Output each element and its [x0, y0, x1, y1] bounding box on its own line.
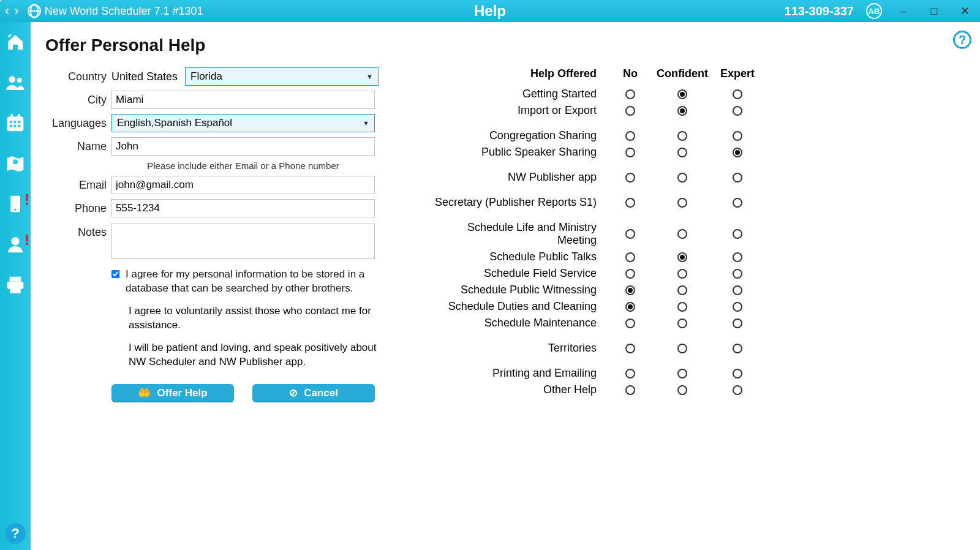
skill-radio-confident[interactable] — [652, 148, 713, 157]
skill-radio-confident[interactable] — [652, 318, 713, 328]
calendar-icon[interactable] — [5, 113, 26, 134]
skill-radio-confident[interactable] — [652, 369, 713, 379]
svg-rect-5 — [18, 121, 20, 123]
skill-row: Printing and Emailing — [425, 367, 762, 380]
email-input[interactable] — [111, 176, 375, 194]
chevron-down-icon: ▼ — [366, 73, 373, 80]
skill-radio-confident[interactable] — [652, 173, 713, 183]
skill-radio-confident[interactable] — [652, 285, 713, 295]
skill-radio-confident[interactable] — [652, 269, 713, 279]
content-area: ? Offer Personal Help Country United Sta… — [31, 22, 980, 550]
cancel-icon: ⊘ — [289, 386, 298, 399]
name-input[interactable] — [111, 137, 375, 156]
skill-radio-no[interactable] — [609, 285, 652, 295]
skill-radio-expert[interactable] — [713, 198, 762, 208]
skill-radio-expert[interactable] — [713, 106, 762, 116]
skill-radio-no[interactable] — [609, 302, 652, 312]
maximize-button[interactable]: □ — [925, 5, 943, 18]
license-number: 113-309-337 — [785, 4, 854, 18]
skill-radio-expert[interactable] — [713, 302, 762, 312]
help-icon[interactable]: ? — [5, 523, 26, 544]
skill-radio-no[interactable] — [609, 198, 652, 208]
skill-radio-confident[interactable] — [652, 198, 713, 208]
skill-radio-confident[interactable] — [652, 106, 713, 116]
skills-col-confident: Confident — [652, 67, 713, 80]
back-button[interactable]: ‹ — [2, 3, 12, 19]
svg-point-0 — [9, 76, 15, 83]
skill-radio-expert[interactable] — [713, 148, 762, 157]
skill-row: Other Help — [425, 383, 762, 396]
skill-radio-expert[interactable] — [713, 369, 762, 379]
skill-radio-expert[interactable] — [713, 131, 762, 141]
skill-radio-confident[interactable] — [652, 131, 713, 141]
agree-text-1: I agree for my personal information to b… — [126, 268, 388, 296]
skill-radio-expert[interactable] — [713, 344, 762, 353]
forward-button[interactable]: › — [12, 3, 21, 19]
skill-label: Secretary (Publisher Reports S1) — [425, 196, 609, 209]
skill-radio-confident[interactable] — [652, 385, 713, 395]
skill-radio-no[interactable] — [609, 369, 652, 379]
svg-rect-6 — [10, 125, 12, 127]
svg-rect-8 — [18, 125, 20, 127]
people-icon[interactable] — [5, 72, 26, 93]
skill-radio-expert[interactable] — [713, 229, 762, 239]
offer-help-button[interactable]: 🤲 Offer Help — [111, 384, 234, 402]
skill-radio-no[interactable] — [609, 385, 652, 395]
close-button[interactable]: ✕ — [956, 4, 974, 18]
notes-input[interactable] — [111, 224, 375, 259]
user-badge[interactable]: AB — [866, 3, 882, 19]
person-icon[interactable]: ! — [5, 234, 26, 255]
skill-radio-expert[interactable] — [713, 318, 762, 328]
skill-radio-no[interactable] — [609, 269, 652, 279]
skills-col-expert: Expert — [713, 67, 762, 80]
skill-radio-expert[interactable] — [713, 285, 762, 295]
city-label: City — [45, 94, 107, 107]
skill-radio-no[interactable] — [609, 318, 652, 328]
skill-radio-no[interactable] — [609, 131, 652, 141]
svg-rect-17 — [10, 287, 20, 293]
skills-col-label: Help Offered — [425, 67, 609, 80]
languages-dropdown[interactable]: English,Spanish Español ▼ — [111, 114, 375, 132]
page-help-icon[interactable]: ? — [953, 31, 971, 49]
device-icon[interactable]: ! — [5, 194, 26, 214]
skill-radio-confident[interactable] — [652, 344, 713, 353]
globe-icon[interactable] — [28, 4, 41, 18]
skill-radio-expert[interactable] — [713, 269, 762, 279]
skill-row: Territories — [425, 342, 762, 355]
svg-point-13 — [14, 209, 16, 211]
skill-radio-no[interactable] — [609, 173, 652, 183]
home-icon[interactable] — [5, 32, 26, 53]
skill-radio-no[interactable] — [609, 229, 652, 239]
printer-icon[interactable] — [5, 274, 26, 295]
skill-radio-confident[interactable] — [652, 302, 713, 312]
svg-point-11 — [13, 159, 18, 164]
map-icon[interactable] — [5, 153, 26, 174]
skill-radio-no[interactable] — [609, 148, 652, 157]
svg-rect-2 — [7, 116, 24, 131]
skill-radio-expert[interactable] — [713, 89, 762, 99]
skill-radio-no[interactable] — [609, 89, 652, 99]
svg-rect-10 — [18, 114, 20, 118]
agree-text-2: I agree to voluntarily assist those who … — [129, 304, 392, 333]
state-dropdown[interactable]: Florida ▼ — [185, 67, 379, 86]
skill-radio-no[interactable] — [609, 106, 652, 116]
skill-radio-expert[interactable] — [713, 252, 762, 262]
skill-radio-no[interactable] — [609, 344, 652, 353]
skill-label: Congregation Sharing — [425, 129, 609, 142]
skill-radio-no[interactable] — [609, 252, 652, 262]
skill-label: Getting Started — [425, 88, 609, 100]
skill-radio-expert[interactable] — [713, 173, 762, 183]
skill-radio-confident[interactable] — [652, 229, 713, 239]
agree-checkbox[interactable] — [111, 270, 119, 278]
skill-label: Schedule Duties and Cleaning — [425, 300, 609, 313]
skill-radio-expert[interactable] — [713, 385, 762, 395]
cancel-label: Cancel — [304, 387, 338, 399]
phone-input[interactable] — [111, 199, 375, 217]
city-input[interactable] — [111, 91, 375, 109]
skill-radio-confident[interactable] — [652, 89, 713, 99]
skill-label: Schedule Public Witnessing — [425, 284, 609, 296]
skill-radio-confident[interactable] — [652, 252, 713, 262]
cancel-button[interactable]: ⊘ Cancel — [252, 384, 375, 402]
skill-row: Getting Started — [425, 88, 762, 100]
minimize-button[interactable]: – — [894, 5, 913, 18]
